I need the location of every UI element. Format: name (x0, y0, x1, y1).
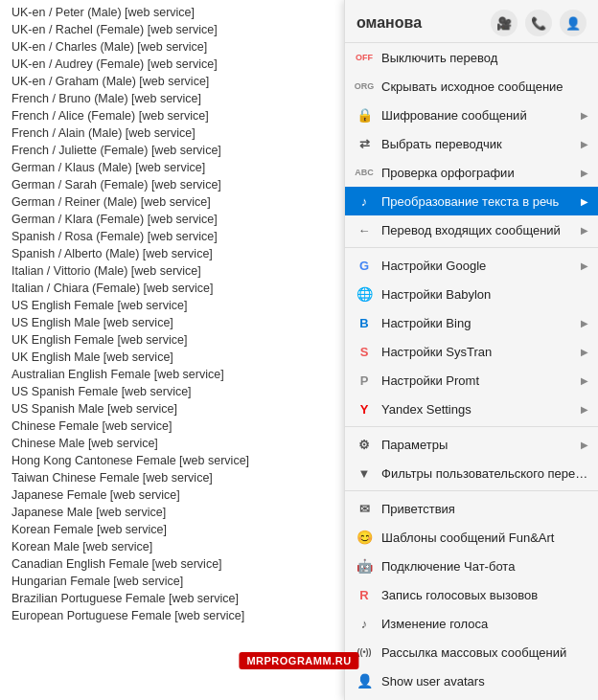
voice-item[interactable]: Italian / Vittorio (Male) [web service] (0, 262, 355, 280)
menu-item-arrow: ▶ (581, 375, 588, 386)
menu-item-filter-incoming[interactable]: ←Перевод входящих сообщений▶ (345, 215, 598, 244)
context-menu: оманова 🎥 📞 👤 OFFВыключить переводORGСкр… (344, 0, 598, 700)
menu-item-label: Подключение Чат-бота (381, 559, 588, 574)
voice-item[interactable]: Korean Male [web service] (0, 538, 355, 555)
menu-item-label: Рассылка массовых сообщений (381, 645, 588, 660)
voice-item[interactable]: Chinese Male [web service] (0, 435, 355, 452)
menu-item-arrow: ▶ (581, 110, 588, 121)
menu-item-choose-translator[interactable]: ⇄Выбрать переводчик▶ (345, 129, 598, 158)
voice-item[interactable]: Canadian English Female [web service] (0, 555, 355, 573)
menu-item-babylon-settings[interactable]: 🌐Настройки Babylon (345, 280, 598, 308)
menu-item-label: Show user avatars (381, 674, 588, 689)
menu-item-label: Параметры (381, 438, 581, 452)
voice-item[interactable]: Spanish / Alberto (Male) [web service] (0, 245, 355, 262)
voice-item[interactable]: UK-en / Audrey (Female) [web service] (0, 56, 355, 73)
add-contact-button[interactable]: 👤 (560, 10, 586, 36)
voice-item[interactable]: German / Sarah (Female) [web service] (0, 176, 355, 193)
voice-call-button[interactable]: 📞 (525, 10, 552, 36)
voice-item[interactable]: UK English Female [web service] (0, 331, 355, 349)
menu-item-systran-settings[interactable]: SНастройки SysTran▶ (345, 337, 598, 366)
menu-item-label: Изменение голоса (381, 617, 588, 631)
menu-item-icon: ABC (355, 163, 374, 182)
menu-item-mass-send[interactable]: ((•))Рассылка массовых сообщений (345, 638, 598, 666)
voice-item[interactable]: Brazilian Portuguese Female [web service… (0, 590, 355, 607)
voice-item[interactable]: US English Female [web service] (0, 297, 355, 314)
menu-item-arrow: ▶ (581, 318, 588, 328)
menu-item-greeting[interactable]: ✉Приветствия (345, 494, 598, 523)
menu-item-parameters[interactable]: ⚙Параметры▶ (345, 430, 598, 459)
menu-item-label: Фильтры пользовательского перевода (381, 466, 588, 481)
menu-item-encrypt[interactable]: 🔒Шифрование сообщений▶ (345, 101, 598, 129)
voice-item[interactable]: German / Reiner (Male) [web service] (0, 193, 355, 211)
menu-item-icon: ✉ (355, 499, 374, 518)
menu-divider (345, 247, 598, 248)
menu-item-label: Скрывать исходное сообщение (381, 79, 588, 94)
voice-item[interactable]: German / Klara (Female) [web service] (0, 211, 355, 228)
menu-item-icon: 😊 (355, 528, 374, 547)
voice-item[interactable]: Japanese Female [web service] (0, 486, 355, 504)
menu-item-voice-record[interactable]: RЗапись голосовых вызовов (345, 580, 598, 609)
menu-item-icon: 👤 (355, 671, 374, 690)
menu-divider (345, 490, 598, 491)
menu-item-icon: 🤖 (355, 556, 374, 576)
voice-item[interactable]: UK English Male [web service] (0, 349, 355, 366)
voice-item[interactable]: UK-en / Peter (Male) [web service] (0, 4, 355, 21)
menu-item-tts[interactable]: ♪Преобразование текста в речь▶ (345, 187, 598, 215)
video-call-button[interactable]: 🎥 (491, 10, 518, 36)
voice-item[interactable]: UK-en / Charles (Male) [web service] (0, 38, 355, 56)
menu-item-arrow: ▶ (581, 347, 588, 357)
voice-item[interactable]: European Portuguese Female [web service] (0, 607, 355, 624)
menu-item-icon: ((•)) (355, 643, 374, 662)
menu-item-email-notify[interactable]: MEmail Notifications (345, 695, 598, 700)
menu-item-icon: OFF (355, 48, 374, 67)
menu-item-label: Перевод входящих сообщений (381, 223, 581, 237)
menu-item-promt-settings[interactable]: PНастройки Promt▶ (345, 366, 598, 395)
voice-item[interactable]: French / Bruno (Male) [web service] (0, 90, 355, 107)
menu-item-user-translation-filter[interactable]: ▼Фильтры пользовательского перевода (345, 459, 598, 487)
menu-item-change-voice[interactable]: ♪Изменение голоса (345, 609, 598, 638)
voice-item[interactable]: US Spanish Female [web service] (0, 383, 355, 400)
menu-item-icon: ORG (355, 77, 374, 96)
voice-item[interactable]: UK-en / Rachel (Female) [web service] (0, 21, 355, 38)
menu-item-label: Шифрование сообщений (381, 108, 581, 123)
menu-item-label: Настройки Bing (381, 316, 581, 330)
menu-item-icon: R (355, 585, 374, 604)
voice-item[interactable]: French / Alain (Male) [web service] (0, 124, 355, 142)
menu-item-fun-art[interactable]: 😊Шаблоны сообщений Fun&Art (345, 523, 598, 552)
voice-item[interactable]: US Spanish Male [web service] (0, 400, 355, 418)
voice-item[interactable]: Korean Female [web service] (0, 521, 355, 538)
voice-item[interactable]: US English Male [web service] (0, 314, 355, 331)
voice-item[interactable]: Japanese Male [web service] (0, 504, 355, 521)
menu-item-arrow: ▶ (581, 225, 588, 236)
menu-item-icon: Y (355, 399, 374, 418)
menu-item-google-settings[interactable]: GНастройки Google▶ (345, 251, 598, 280)
menu-item-icon: ⇄ (355, 134, 374, 153)
menu-item-label: Приветствия (381, 502, 588, 516)
menu-item-hide-original[interactable]: ORGСкрывать исходное сообщение (345, 72, 598, 101)
menu-item-spell-check[interactable]: ABCПроверка орфографии▶ (345, 158, 598, 187)
voice-item[interactable]: French / Alice (Female) [web service] (0, 107, 355, 124)
menu-item-arrow: ▶ (581, 260, 588, 271)
voice-item[interactable]: Spanish / Rosa (Female) [web service] (0, 228, 355, 245)
voice-item[interactable]: Italian / Chiara (Female) [web service] (0, 280, 355, 297)
menu-item-chatbot[interactable]: 🤖Подключение Чат-бота (345, 552, 598, 580)
voice-item[interactable]: Taiwan Chinese Female [web service] (0, 469, 355, 486)
voice-item[interactable]: Hong Kong Cantonese Female [web service] (0, 452, 355, 469)
voice-item[interactable]: German / Klaus (Male) [web service] (0, 159, 355, 176)
menu-item-show-avatars[interactable]: 👤Show user avatars (345, 666, 598, 695)
menu-item-yandex-settings[interactable]: YYandex Settings▶ (345, 395, 598, 423)
voice-item[interactable]: Hungarian Female [web service] (0, 573, 355, 590)
voice-item[interactable]: Chinese Female [web service] (0, 418, 355, 435)
menu-divider (345, 426, 598, 427)
menu-item-off-translation[interactable]: OFFВыключить перевод (345, 43, 598, 72)
menu-item-label: Выбрать переводчик (381, 137, 581, 151)
voice-item[interactable]: UK-en / Graham (Male) [web service] (0, 73, 355, 90)
menu-item-icon: G (355, 256, 374, 275)
menu-item-arrow: ▶ (581, 168, 588, 178)
menu-item-label: Настройки Babylon (381, 287, 588, 302)
menu-item-bing-settings[interactable]: BНастройки Bing▶ (345, 308, 598, 337)
voice-list-panel[interactable]: UK-en / Peter (Male) [web service]UK-en … (0, 0, 355, 700)
voice-item[interactable]: French / Juliette (Female) [web service] (0, 142, 355, 159)
voice-item[interactable]: Australian English Female [web service] (0, 366, 355, 383)
menu-item-icon: ← (355, 220, 374, 239)
